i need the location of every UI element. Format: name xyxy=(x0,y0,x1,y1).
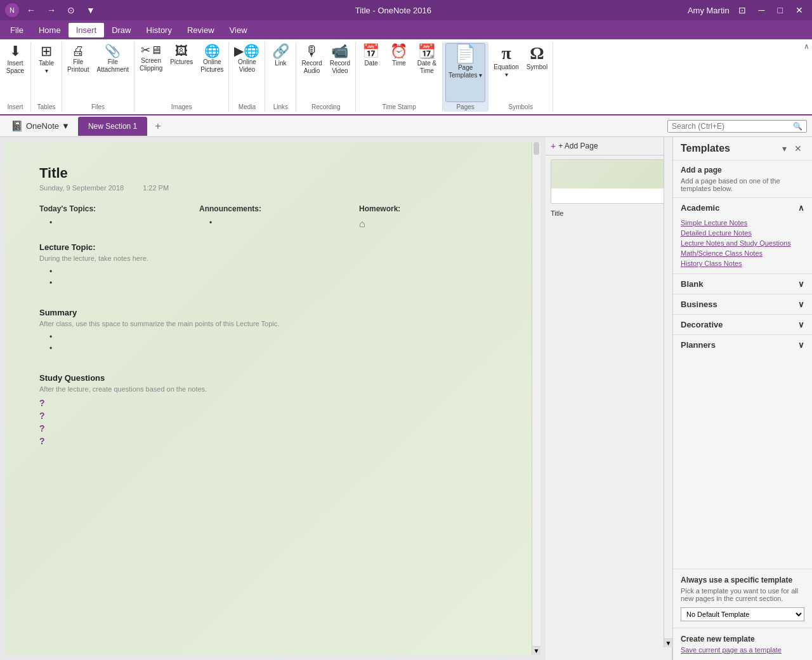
blank-label: Blank xyxy=(681,279,703,289)
back-button[interactable]: ← xyxy=(23,4,39,16)
note-paper: ⤢ Title Sunday, 9 September 2018 1:22 PM… xyxy=(5,142,540,655)
menu-file[interactable]: File xyxy=(3,23,31,37)
display-settings-button[interactable]: ⊡ xyxy=(735,4,750,16)
note-title[interactable]: Title xyxy=(20,152,525,184)
summary-desc: After class, use this space to summarize… xyxy=(39,320,506,327)
time-button[interactable]: ⏰ Time xyxy=(386,43,412,102)
record-video-icon: 📹 xyxy=(331,44,348,58)
ribbon-images-label: Images xyxy=(137,102,226,110)
minimize-button[interactable]: ─ xyxy=(755,4,769,16)
announcements-bullet: • xyxy=(209,218,346,227)
search-input[interactable] xyxy=(672,122,790,131)
planners-header[interactable]: Planners ∨ xyxy=(673,335,812,355)
ribbon-files-label: Files xyxy=(65,102,131,110)
save-template-link[interactable]: Save current page as a template xyxy=(681,646,804,654)
default-template-select[interactable]: No Default Template xyxy=(681,607,804,621)
homework-label: Homework: xyxy=(359,204,506,213)
pagelist-scroll-down[interactable]: ▼ xyxy=(664,638,672,647)
add-page-label: + Add Page xyxy=(558,142,598,150)
search-box[interactable]: 🔍 xyxy=(667,120,807,133)
study-questions-title: Study Questions xyxy=(39,373,506,383)
time-icon: ⏰ xyxy=(390,44,407,58)
notebook-bar: 📓 OneNote ▼ New Section 1 + 🔍 xyxy=(0,116,812,137)
page-list-scrollbar[interactable]: ▼ xyxy=(664,137,672,647)
academic-header[interactable]: Academic ∧ xyxy=(673,198,812,218)
history-button[interactable]: ⊙ xyxy=(63,4,79,16)
symbol-button[interactable]: Ω Symbol xyxy=(524,43,550,102)
record-video-button[interactable]: 📹 RecordVideo xyxy=(327,43,353,102)
template-detailed-lecture[interactable]: Detailed Lecture Notes xyxy=(681,228,804,238)
title-bar-left: N ← → ⊙ ▼ xyxy=(5,3,99,17)
decorative-header[interactable]: Decorative ∨ xyxy=(673,315,812,334)
business-label: Business xyxy=(681,300,717,309)
menu-review[interactable]: Review xyxy=(180,23,222,37)
screen-clipping-button[interactable]: ✂🖥 ScreenClipping xyxy=(137,43,165,102)
close-button[interactable]: ✕ xyxy=(792,4,807,16)
blank-expand-icon: ∨ xyxy=(798,279,804,289)
note-canvas: ⤢ Title Sunday, 9 September 2018 1:22 PM… xyxy=(0,137,546,660)
template-lecture-study[interactable]: Lecture Notes and Study Questions xyxy=(681,238,804,248)
file-printout-icon: 🖨 xyxy=(72,44,84,57)
ribbon-section-media: ▶🌐 OnlineVideo Media xyxy=(229,42,265,112)
ribbon-section-insert: ⬇ InsertSpace Insert xyxy=(0,42,31,112)
add-page-icon: + xyxy=(551,141,556,151)
link-button[interactable]: 🔗 Link xyxy=(268,43,293,102)
create-template-label: Create new template xyxy=(681,635,804,644)
add-section-button[interactable]: + xyxy=(150,117,166,136)
quick-access-button[interactable]: ▼ xyxy=(82,4,99,16)
page-thumbnail-title[interactable]: Title xyxy=(546,208,672,219)
date-button[interactable]: 📅 Date xyxy=(358,43,384,102)
topics-bullet: • xyxy=(49,218,187,227)
academic-items: Simple Lecture Notes Detailed Lecture No… xyxy=(673,218,812,274)
menu-insert[interactable]: Insert xyxy=(69,23,105,37)
date-time-button[interactable]: 📆 Date &Time xyxy=(414,43,440,102)
window-title: Title - OneNote 2016 xyxy=(355,6,431,15)
template-math-science[interactable]: Math/Science Class Notes xyxy=(681,248,804,258)
question-1: ? xyxy=(39,398,506,408)
section-tab[interactable]: New Section 1 xyxy=(78,117,147,136)
file-attachment-button[interactable]: 📎 FileAttachment xyxy=(94,43,131,102)
ribbon-main: ⬇ InsertSpace Insert ⊞ Table▾ Tables 🖨 F… xyxy=(0,39,801,114)
ribbon-collapse-button[interactable]: ∧ xyxy=(801,39,812,53)
pictures-button[interactable]: 🖼 Pictures xyxy=(167,43,195,102)
file-printout-button[interactable]: 🖨 FilePrintout xyxy=(65,43,91,102)
study-questions-desc: After the lecture, create questions base… xyxy=(39,385,506,393)
menu-draw[interactable]: Draw xyxy=(104,23,138,37)
ribbon-section-pages: 📄 PageTemplates ▾ Pages xyxy=(443,42,488,112)
maximize-button[interactable]: □ xyxy=(774,4,787,16)
menu-view[interactable]: View xyxy=(222,23,255,37)
menu-home[interactable]: Home xyxy=(31,23,69,37)
equation-button[interactable]: π Equation▾ xyxy=(491,43,521,102)
blank-header[interactable]: Blank ∨ xyxy=(673,274,812,294)
menu-history[interactable]: History xyxy=(139,23,180,37)
record-audio-button[interactable]: 🎙 RecordAudio xyxy=(299,43,324,102)
notebook-name[interactable]: 📓 OneNote ▼ xyxy=(5,117,75,135)
business-header[interactable]: Business ∨ xyxy=(673,294,812,314)
insert-space-button[interactable]: ⬇ InsertSpace xyxy=(3,43,28,102)
category-academic: Academic ∧ Simple Lecture Notes Detailed… xyxy=(673,197,812,274)
ribbon-insert-label: Insert xyxy=(3,102,28,110)
online-pictures-button[interactable]: 🌐 OnlinePictures xyxy=(198,43,226,102)
section-tab-label: New Section 1 xyxy=(88,122,137,131)
decorative-expand-icon: ∨ xyxy=(798,320,804,329)
online-video-button[interactable]: ▶🌐 OnlineVideo xyxy=(232,43,262,102)
template-history[interactable]: History Class Notes xyxy=(681,258,804,268)
table-button[interactable]: ⊞ Table▾ xyxy=(34,43,59,102)
pictures-icon: 🖼 xyxy=(175,44,188,57)
username: Amy Martin xyxy=(688,6,730,15)
templates-title: Templates xyxy=(681,143,730,154)
page-thumbnail[interactable] xyxy=(551,159,667,204)
templates-close-button[interactable]: ✕ xyxy=(792,142,804,155)
scroll-down-button[interactable]: ▼ xyxy=(532,646,540,655)
screen-clipping-icon: ✂🖥 xyxy=(141,44,162,56)
ribbon-tables-label: Tables xyxy=(34,102,59,110)
template-simple-lecture[interactable]: Simple Lecture Notes xyxy=(681,218,804,228)
templates-dropdown-button[interactable]: ▾ xyxy=(780,142,789,155)
add-page-button[interactable]: + + Add Page xyxy=(546,137,672,155)
search-icon: 🔍 xyxy=(793,122,802,131)
ribbon-symbols-label: Symbols xyxy=(491,102,550,110)
category-decorative: Decorative ∨ xyxy=(673,314,812,334)
forward-button[interactable]: → xyxy=(43,4,60,16)
lecture-bullet-2: • xyxy=(49,279,506,287)
page-templates-button[interactable]: 📄 PageTemplates ▾ xyxy=(445,43,485,102)
